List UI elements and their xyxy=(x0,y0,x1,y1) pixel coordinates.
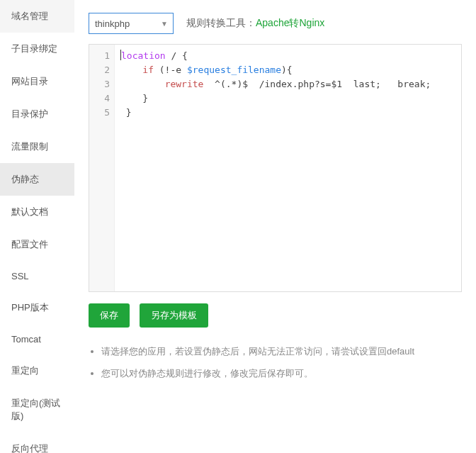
sidebar: 域名管理子目录绑定网站目录目录保护流量限制伪静态默认文档配置文件SSLPHP版本… xyxy=(0,0,74,453)
editor-code[interactable]: location / { if (!-e $request_filename){… xyxy=(115,45,461,291)
save-button[interactable]: 保存 xyxy=(89,303,130,328)
sidebar-item[interactable]: 流量限制 xyxy=(0,130,74,163)
code-token: (!-e xyxy=(154,65,187,75)
sidebar-item[interactable]: 目录保护 xyxy=(0,98,74,130)
sidebar-item[interactable]: Tomcat xyxy=(0,324,74,354)
editor-gutter: 12345 xyxy=(89,45,115,291)
sidebar-item[interactable]: SSL xyxy=(0,261,74,291)
code-token: $request_filename xyxy=(187,65,281,75)
gutter-line: 5 xyxy=(89,106,110,120)
code-token: location xyxy=(121,50,166,61)
sidebar-item[interactable]: 伪静态 xyxy=(0,163,74,196)
code-line[interactable]: location / { xyxy=(120,49,455,63)
code-token xyxy=(120,65,142,75)
gutter-line: 3 xyxy=(89,77,110,91)
code-token xyxy=(120,79,165,89)
code-token: ){ xyxy=(281,65,293,75)
sidebar-item[interactable]: PHP版本 xyxy=(0,291,74,324)
gutter-line: 4 xyxy=(89,91,110,106)
code-token: if xyxy=(142,65,154,75)
tool-label: 规则转换工具： xyxy=(186,17,256,30)
gutter-line: 2 xyxy=(89,63,110,77)
button-row: 保存 另存为模板 xyxy=(89,303,462,328)
sidebar-item[interactable]: 网站目录 xyxy=(0,65,74,98)
code-token: } xyxy=(120,107,132,118)
apache-to-nginx-link[interactable]: Apache转Nginx xyxy=(256,17,324,30)
code-line[interactable]: } xyxy=(120,106,455,120)
main-panel: thinkphp ▼ 规则转换工具： Apache转Nginx 12345 lo… xyxy=(74,0,476,453)
sidebar-item[interactable]: 反向代理 xyxy=(0,432,74,453)
code-line[interactable]: if (!-e $request_filename){ xyxy=(120,63,455,77)
code-token: rewrite xyxy=(165,79,204,89)
code-token: ^(.*)$ /index.php?s=$1 last; break; xyxy=(203,79,431,89)
toolbar: thinkphp ▼ 规则转换工具： Apache转Nginx xyxy=(89,13,462,34)
template-select[interactable]: thinkphp xyxy=(89,13,174,34)
sidebar-item[interactable]: 配置文件 xyxy=(0,228,74,261)
sidebar-item[interactable]: 域名管理 xyxy=(0,0,74,33)
code-token: / { xyxy=(166,50,188,61)
sidebar-item[interactable]: 重定向 xyxy=(0,354,74,387)
tip-item: 请选择您的应用，若设置伪静态后，网站无法正常访问，请尝试设置回default xyxy=(101,345,462,359)
code-editor[interactable]: 12345 location / { if (!-e $request_file… xyxy=(89,44,462,292)
tip-item: 您可以对伪静态规则进行修改，修改完后保存即可。 xyxy=(101,367,462,381)
code-line[interactable]: } xyxy=(120,91,455,106)
code-token: } xyxy=(120,93,148,104)
tips-list: 请选择您的应用，若设置伪静态后，网站无法正常访问，请尝试设置回default您可… xyxy=(89,345,462,381)
sidebar-item[interactable]: 默认文档 xyxy=(0,196,74,228)
code-line[interactable]: rewrite ^(.*)$ /index.php?s=$1 last; bre… xyxy=(120,77,455,91)
sidebar-item[interactable]: 重定向(测试版) xyxy=(0,387,74,432)
gutter-line: 1 xyxy=(89,49,110,63)
save-template-button[interactable]: 另存为模板 xyxy=(140,303,208,328)
sidebar-item[interactable]: 子目录绑定 xyxy=(0,33,74,65)
